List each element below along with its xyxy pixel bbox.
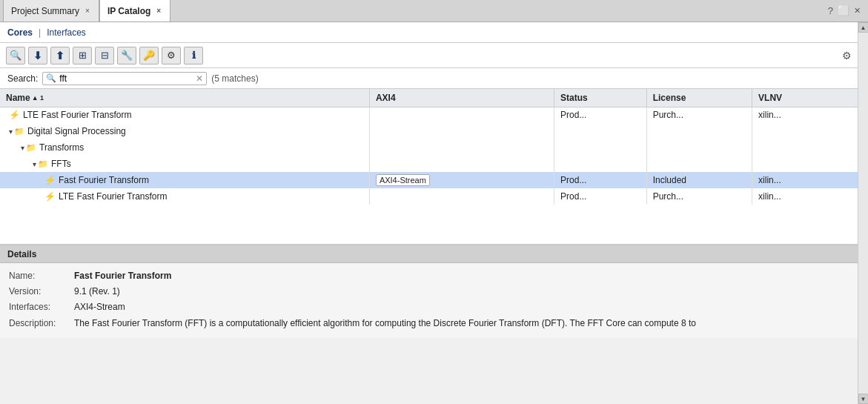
cell-axi4: AXI4-Stream xyxy=(369,172,554,188)
cell-axi4 xyxy=(369,156,554,172)
cell-license: Purch... xyxy=(646,188,752,205)
col-header-license[interactable]: License xyxy=(646,89,752,107)
table-row[interactable]: ▾📁Digital Signal Processing xyxy=(0,123,858,139)
row-name-text: LTE Fast Fourier Transform xyxy=(23,110,131,120)
table-row[interactable]: ▾📁Transforms xyxy=(0,139,858,156)
detail-field-label: Interfaces: xyxy=(9,300,68,314)
tab-project-summary-close[interactable]: × xyxy=(84,6,91,16)
cell-status xyxy=(554,139,647,156)
detail-field-value: 9.1 (Rev. 1) xyxy=(74,285,120,299)
toolbar-key-btn[interactable]: 🔑 xyxy=(139,47,159,64)
toolbar-chip-btn[interactable]: ⚙ xyxy=(162,47,181,64)
col-header-name[interactable]: Name ▲ 1 xyxy=(0,89,369,107)
toolbar: 🔍 ⬇ ⬆ ⊞ ⊟ 🔧 🔑 xyxy=(0,43,858,68)
detail-field-row: Interfaces:AXI4-Stream xyxy=(9,300,849,314)
tab-ip-catalog[interactable]: IP Catalog × xyxy=(99,0,170,21)
col-header-status[interactable]: Status xyxy=(554,89,647,107)
cell-name: ▾📁Transforms xyxy=(0,139,369,156)
toolbar-wrench-btn[interactable]: 🔧 xyxy=(117,47,136,64)
ip-icon: ⚡ xyxy=(44,191,56,202)
cell-axi4 xyxy=(369,107,554,123)
scroll-down-arrow[interactable]: ▼ xyxy=(858,394,869,404)
info-icon: ℹ xyxy=(192,50,196,61)
cell-name: ⚡LTE Fast Fourier Transform xyxy=(0,188,369,205)
tab-project-summary[interactable]: Project Summary × xyxy=(3,0,99,21)
tab-ip-catalog-label: IP Catalog xyxy=(107,6,150,16)
cell-axi4 xyxy=(369,139,554,156)
nav-bar: Cores | Interfaces xyxy=(0,22,858,43)
key-icon: 🔑 xyxy=(143,50,155,61)
settings-button[interactable]: ⚙ xyxy=(842,50,852,62)
toolbar-hierarchy-btn[interactable]: ⊞ xyxy=(73,47,92,64)
row-name-text: FFTs xyxy=(51,159,71,169)
sort-indicator: ▲ 1 xyxy=(32,94,44,102)
help-icon[interactable]: ? xyxy=(828,5,833,16)
cell-name: ⚡LTE Fast Fourier Transform xyxy=(0,107,369,123)
cell-status xyxy=(554,156,647,172)
tab-bar-left: Project Summary × IP Catalog × xyxy=(3,0,170,21)
toolbar-network-btn[interactable]: ⊟ xyxy=(95,47,114,64)
main-wrapper: Project Summary × IP Catalog × ? ⬜ ✕ Cor… xyxy=(0,0,868,404)
detail-field-value: AXI4-Stream xyxy=(74,300,125,314)
folder-icon: 📁 xyxy=(38,159,48,168)
toolbar-filter-up-btn[interactable]: ⬆ xyxy=(50,47,70,64)
wrench-icon: 🔧 xyxy=(121,50,133,61)
expand-icon[interactable]: ▾ xyxy=(21,144,24,152)
table-header-row: Name ▲ 1 AXI4 Status License VLNV xyxy=(0,89,858,107)
cell-status: Prod... xyxy=(554,172,647,188)
cell-axi4 xyxy=(369,123,554,139)
detail-field-label: Version: xyxy=(9,285,68,299)
search-input[interactable] xyxy=(59,73,193,84)
right-scrollbar[interactable]: ▲ ▼ xyxy=(858,22,868,404)
cell-axi4 xyxy=(369,188,554,205)
tab-ip-catalog-close[interactable]: × xyxy=(155,6,162,16)
table-row[interactable]: ⚡LTE Fast Fourier TransformProd...Purch.… xyxy=(0,107,858,123)
row-name-text: Transforms xyxy=(39,142,84,153)
restore-icon[interactable]: ⬜ xyxy=(838,5,849,16)
cell-name: ▾📁Digital Signal Processing xyxy=(0,123,369,139)
table-row[interactable]: ▾📁FFTs xyxy=(0,156,858,172)
cell-name: ▾📁FFTs xyxy=(0,156,369,172)
col-header-vlnv[interactable]: VLNV xyxy=(752,89,858,107)
row-name-text: Digital Signal Processing xyxy=(27,126,126,136)
search-clear-icon[interactable]: ✕ xyxy=(196,73,203,84)
scroll-up-arrow[interactable]: ▲ xyxy=(858,22,869,33)
details-content: Name:Fast Fourier TransformVersion:9.1 (… xyxy=(0,263,858,338)
toolbar-filter-down-btn[interactable]: ⬇ xyxy=(28,47,47,64)
cell-vlnv: xilin... xyxy=(752,172,858,188)
toolbar-buttons: 🔍 ⬇ ⬆ ⊞ ⊟ 🔧 🔑 xyxy=(6,47,203,64)
hierarchy-icon: ⊞ xyxy=(79,50,87,61)
nav-interfaces[interactable]: Interfaces xyxy=(47,27,86,38)
tab-bar: Project Summary × IP Catalog × ? ⬜ ✕ xyxy=(0,0,868,22)
nav-cores[interactable]: Cores xyxy=(7,27,33,38)
cell-vlnv: xilin... xyxy=(752,188,858,205)
search-bar: Search: 🔍 ✕ (5 matches) xyxy=(0,68,858,89)
cell-status: Prod... xyxy=(554,188,647,205)
cell-license xyxy=(646,139,752,156)
detail-field-value: The Fast Fourier Transform (FFT) is a co… xyxy=(74,317,696,331)
expand-icon[interactable]: ▾ xyxy=(33,160,36,168)
toolbar-info-btn[interactable]: ℹ xyxy=(184,47,203,64)
toolbar-search-btn[interactable]: 🔍 xyxy=(6,47,25,64)
col-header-axi4[interactable]: AXI4 xyxy=(369,89,554,107)
row-name-text: Fast Fourier Transform xyxy=(59,175,149,185)
filter-up-icon: ⬆ xyxy=(56,50,64,62)
details-panel: Details Name:Fast Fourier TransformVersi… xyxy=(0,245,858,338)
details-header: Details xyxy=(0,246,858,263)
close-window-icon[interactable]: ✕ xyxy=(854,6,861,16)
search-label: Search: xyxy=(7,73,38,84)
axi4-badge: AXI4-Stream xyxy=(376,174,430,186)
table-row[interactable]: ⚡Fast Fourier TransformAXI4-StreamProd..… xyxy=(0,172,858,188)
search-input-wrap: 🔍 ✕ xyxy=(42,72,207,85)
folder-icon: 📁 xyxy=(26,143,36,152)
chip-icon: ⚙ xyxy=(167,50,176,61)
folder-icon: 📁 xyxy=(14,127,24,136)
detail-field-value: Fast Fourier Transform xyxy=(74,269,171,283)
expand-icon[interactable]: ▾ xyxy=(9,128,13,136)
cell-vlnv xyxy=(752,139,858,156)
cell-vlnv xyxy=(752,156,858,172)
cell-vlnv: xilin... xyxy=(752,107,858,123)
cell-license: Included xyxy=(646,172,752,188)
table-row[interactable]: ⚡LTE Fast Fourier TransformProd...Purch.… xyxy=(0,188,858,205)
cell-license: Purch... xyxy=(646,107,752,123)
